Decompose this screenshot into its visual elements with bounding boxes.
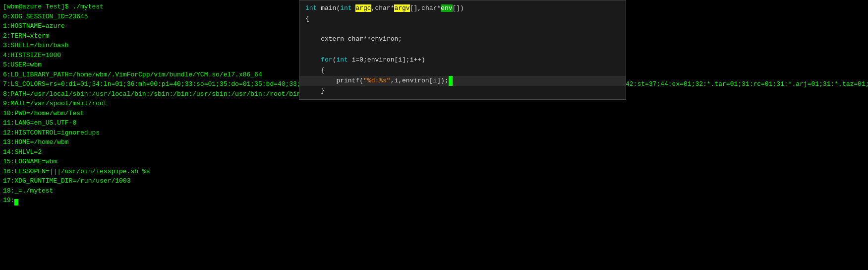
terminal-cursor	[14, 199, 18, 205]
code-line-blank2	[299, 45, 626, 55]
terminal-line-14: 13:HOME=/home/wbm	[3, 137, 865, 147]
code-line-extern: extern char**environ;	[299, 34, 626, 45]
code-line-for: for(int i=0;environ[i];i++)	[299, 55, 626, 66]
keyword-int2: int	[340, 4, 351, 12]
code-line-open-brace: {	[299, 14, 626, 24]
terminal-line-20: 19:	[3, 196, 865, 205]
terminal-line-10: 9:MAIL=/var/spool/mail/root	[3, 99, 865, 109]
code-line-printf: printf("%d:%s",i,environ[i]);	[299, 76, 626, 86]
param-env: env	[441, 4, 452, 12]
code-line-open-brace2: {	[299, 66, 626, 76]
param-argc: argc	[355, 4, 371, 12]
terminal-line-16: 15:LOGNAME=wbm	[3, 157, 865, 167]
keyword-int: int	[305, 4, 317, 12]
code-line-signature: int main(int argc,char*argv[],char*env[]…	[299, 3, 626, 14]
param-argv: argv	[394, 4, 409, 12]
terminal-line-12: 11:LANG=en_US.UTF-8	[3, 118, 865, 128]
code-overlay: int main(int argc,char*argv[],char*env[]…	[299, 0, 626, 100]
code-line-blank1	[299, 24, 626, 35]
terminal: [wbm@azure Test]$ ./mytest 0:XDG_SESSION…	[0, 0, 868, 270]
terminal-line-15: 14:SHLVL=2	[3, 147, 865, 157]
terminal-line-19: 18:_=./mytest	[3, 186, 865, 196]
keyword-for: for	[321, 56, 332, 64]
terminal-line-11: 10:PWD=/home/wbm/Test	[3, 109, 865, 119]
terminal-line-17: 16:LESSOPEN=|||/usr/bin/lesspipe.sh %s	[3, 167, 865, 177]
cursor-inline	[449, 76, 453, 86]
keyword-int3: int	[336, 56, 347, 64]
code-line-close-brace: }	[299, 86, 626, 96]
string-format: "%d:%s"	[363, 77, 391, 84]
terminal-line-13: 12:HISTCONTROL=ignoredups	[3, 128, 865, 138]
terminal-line-18: 17:XDG_RUNTIME_DIR=/run/user/1003	[3, 176, 865, 186]
